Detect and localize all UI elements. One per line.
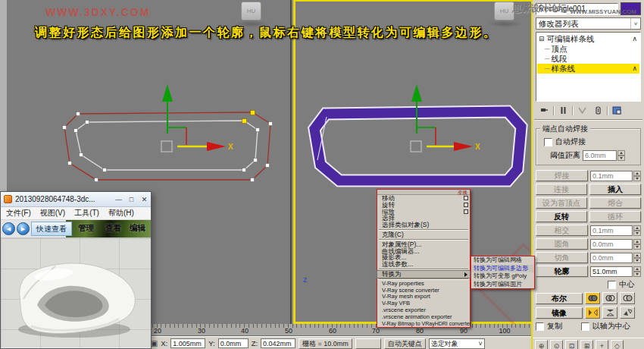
zoom-icon[interactable]: ⊕ xyxy=(535,340,548,349)
chamfer-button[interactable]: 切角 xyxy=(536,252,588,263)
menu-item-convert-to[interactable]: 转换为 xyxy=(377,271,470,278)
stack-item-vertex[interactable]: ─ 顶点 xyxy=(537,44,639,54)
forward-icon[interactable]: ▶ xyxy=(17,222,30,235)
convert-to-submenu: 转换为可编辑网格 转换为可编辑多边形 转换为可变形 gPoly 转换为可编辑面片 xyxy=(470,256,535,289)
center-checkbox[interactable] xyxy=(608,281,616,289)
y-coordinate-field[interactable]: 0.0mm xyxy=(218,338,249,348)
dxy-watermark: WWW.3DXY.COM xyxy=(45,6,150,18)
image-viewer-window: 20130928064748-3dc... — □ ✕ 文件(F) 视图(V) … xyxy=(0,191,152,349)
insert-button[interactable]: 插入 xyxy=(589,184,641,195)
back-icon[interactable]: ◀ xyxy=(2,222,15,235)
max-application-window: { "caption": "调整好形态后给图形添加一个轮廓，鼠标右键将模型转化为… xyxy=(0,0,644,349)
zoom-extents-icon[interactable]: ⊡ xyxy=(565,340,578,349)
about-pivot-checkbox[interactable] xyxy=(581,322,589,331)
object-name-field[interactable]: Rectangle001 xyxy=(536,3,618,15)
fuse-button[interactable]: 熔合 xyxy=(589,197,641,209)
submenu-item-editable-mesh[interactable]: 转换为可编辑网格 xyxy=(471,256,534,265)
viewer-title: 20130928064748-3dc... xyxy=(15,195,112,203)
close-button[interactable]: ✕ xyxy=(138,196,151,203)
x-coordinate-field[interactable]: 1.005mm xyxy=(170,338,205,348)
spinner-arrows[interactable] xyxy=(617,150,625,161)
zoom-all-icon[interactable]: ⊙ xyxy=(550,340,563,349)
orbit-icon[interactable]: ◇ xyxy=(611,340,624,349)
spinner-arrows[interactable] xyxy=(633,225,641,236)
selection-filter-dropdown[interactable]: 选定对象 ˅ xyxy=(429,338,485,349)
remove-modifier-icon[interactable] xyxy=(591,105,605,116)
make-unique-icon[interactable] xyxy=(575,105,589,116)
spinner-arrows[interactable] xyxy=(633,266,641,277)
settings-box-icon[interactable] xyxy=(464,203,468,207)
spinner-arrows[interactable] xyxy=(633,239,641,250)
minimize-button[interactable]: — xyxy=(112,196,125,203)
show-end-result-icon[interactable] xyxy=(556,105,570,116)
mirror-vertical-icon[interactable] xyxy=(602,307,617,319)
menu-item-wire-parameters[interactable]: 连线参数... xyxy=(377,261,470,268)
edit-button[interactable]: 编辑 xyxy=(130,223,145,234)
menu-help[interactable]: 帮助(H) xyxy=(108,208,134,219)
connect-button[interactable]: 连接 xyxy=(536,184,587,195)
chevron-down-icon: ˅ xyxy=(630,18,640,29)
auto-weld-checkbox[interactable] xyxy=(544,138,552,146)
quick-view-button[interactable]: 快速查看 xyxy=(31,222,72,236)
spinner-arrows[interactable] xyxy=(633,253,641,263)
divider xyxy=(534,119,642,121)
chamfer-spinner[interactable]: 0.0mm xyxy=(590,253,633,263)
stack-item-segment[interactable]: ─ 线段 xyxy=(537,54,639,64)
collapse-box-icon[interactable]: ⊟ xyxy=(539,34,545,44)
cycle-button[interactable]: 循环 xyxy=(589,211,641,222)
submenu-item-editable-poly[interactable]: 转换为可编辑多边形 xyxy=(471,265,534,273)
weld-threshold-spinner[interactable]: 6.0mm xyxy=(583,150,617,161)
modifier-stack: ⊟ 可编辑样条线 ∧ ─ 顶点 ─ 线段 ─ 样条线 ∧ xyxy=(536,32,641,102)
cross-insert-button[interactable]: 相交 xyxy=(536,225,588,236)
object-color-swatch[interactable] xyxy=(621,2,641,15)
configure-modifier-sets-icon[interactable] xyxy=(610,105,624,116)
viewer-toolbar: ◀ ▶ 快速查看 管理 查看 编辑 xyxy=(1,220,151,238)
fillet-spinner[interactable]: 0.0mm xyxy=(590,239,633,250)
auto-key-button[interactable]: 自动关键点 xyxy=(384,338,426,349)
weld-button[interactable]: 焊接 xyxy=(536,170,588,181)
mirror-both-icon[interactable] xyxy=(620,307,635,319)
pan-icon[interactable]: + xyxy=(596,340,608,349)
submenu-item-gpoly[interactable]: 转换为可变形 gPoly xyxy=(471,272,534,281)
boolean-button[interactable]: 布尔 xyxy=(536,293,583,304)
weld-spinner[interactable]: 0.1mm xyxy=(590,171,633,181)
menu-view[interactable]: 视图(V) xyxy=(40,208,65,219)
settings-box-icon[interactable] xyxy=(464,209,468,214)
menu-item-vrscene-animation-exporter[interactable]: .vrscene animation exporter xyxy=(377,314,470,321)
outline-spinner[interactable]: 51.0mm xyxy=(590,266,633,277)
viewer-title-bar[interactable]: 20130928064748-3dc... — □ ✕ xyxy=(1,192,151,207)
viewcube-hu-badge[interactable]: HU xyxy=(494,2,514,20)
make-first-button[interactable]: 设为首顶点 xyxy=(536,197,587,209)
fillet-button[interactable]: 圆角 xyxy=(536,238,588,250)
submenu-item-editable-patch[interactable]: 转换为可编辑面片 xyxy=(471,281,534,289)
mirror-button[interactable]: 镜像 xyxy=(536,307,583,319)
view-button[interactable]: 查看 xyxy=(105,223,121,234)
menu-item-clone[interactable]: 克隆(C) xyxy=(377,231,470,238)
spinner-arrows[interactable] xyxy=(633,171,641,181)
zoom-region-icon[interactable]: ⊞ xyxy=(580,340,593,349)
selection-lock-icon[interactable]: ▣ xyxy=(151,339,158,347)
maximize-button[interactable]: □ xyxy=(125,196,138,203)
manage-button[interactable]: 管理 xyxy=(78,223,94,234)
copy-checkbox[interactable] xyxy=(536,322,544,331)
cross-spinner[interactable]: 0.1mm xyxy=(590,225,633,236)
menu-item-vray-bitmap-converter[interactable]: V-Ray Bitmap to VRayHDRI converter xyxy=(377,321,470,328)
boolean-intersect-icon[interactable] xyxy=(620,292,635,304)
boolean-union-icon[interactable] xyxy=(585,292,600,304)
viewcube-hu-badge[interactable]: HU xyxy=(241,2,261,20)
boolean-subtract-icon[interactable] xyxy=(602,292,617,304)
pin-stack-icon[interactable] xyxy=(537,105,551,116)
stack-item-editable-spline[interactable]: ⊟ 可编辑样条线 ∧ xyxy=(537,34,639,44)
z-coordinate-field[interactable]: 0.042mm xyxy=(261,338,295,348)
menu-item-select-similar[interactable]: 选择类似对象(S) xyxy=(377,222,470,228)
modifier-list-dropdown[interactable]: 修改器列表 ˅ xyxy=(536,17,641,30)
reverse-button[interactable]: 反转 xyxy=(536,211,587,222)
menu-tools[interactable]: 工具(T) xyxy=(74,208,99,219)
stack-item-spline-selected[interactable]: ─ 样条线 ∧ xyxy=(537,64,639,74)
prompt-field xyxy=(355,338,381,349)
bench-photo-illustration xyxy=(1,238,151,347)
outline-button[interactable]: 轮廓 xyxy=(536,266,588,277)
settings-box-icon[interactable] xyxy=(464,196,468,200)
mirror-horizontal-icon[interactable] xyxy=(585,307,600,319)
menu-file[interactable]: 文件(F) xyxy=(6,208,31,219)
